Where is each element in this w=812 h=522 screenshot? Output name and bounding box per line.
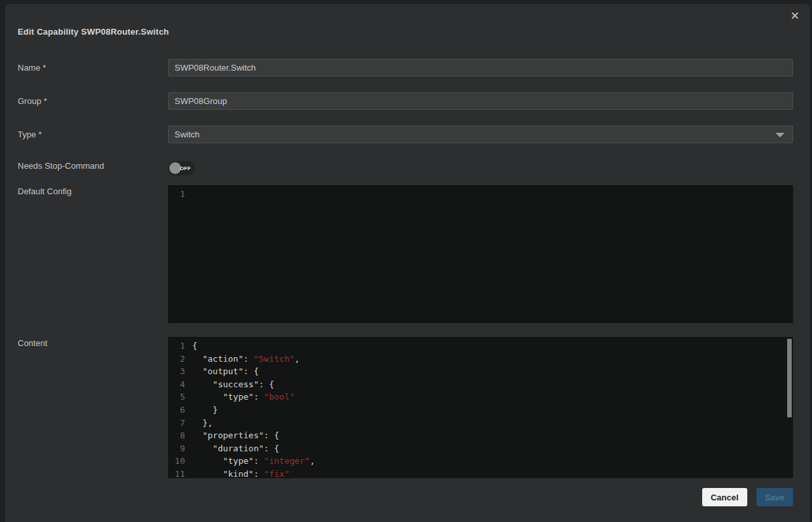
- type-select[interactable]: Switch: [168, 126, 793, 143]
- type-select-value: Switch: [175, 130, 199, 139]
- name-label: Name *: [18, 59, 168, 73]
- scrollbar-thumb[interactable]: [787, 339, 792, 417]
- needs-stop-command-row: Needs Stop-Command OFF: [5, 159, 810, 175]
- group-label: Group *: [18, 92, 168, 106]
- name-row: Name *: [5, 59, 810, 77]
- needs-stop-command-toggle[interactable]: OFF: [168, 161, 195, 175]
- default-config-label: Default Config: [18, 185, 168, 196]
- needs-stop-command-label: Needs Stop-Command: [18, 159, 168, 171]
- toggle-state-label: OFF: [180, 165, 191, 171]
- group-row: Group *: [5, 92, 810, 110]
- close-icon[interactable]: ✕: [790, 10, 800, 22]
- content-label: Content: [18, 337, 168, 348]
- content-row: Content 1{2 "action": "Switch",3 "output…: [5, 337, 810, 478]
- default-config-editor[interactable]: 1: [168, 185, 793, 323]
- dialog-footer: Cancel Save: [5, 488, 810, 506]
- default-config-row: Default Config 1: [5, 185, 810, 323]
- name-input[interactable]: [168, 59, 793, 77]
- type-label: Type *: [18, 126, 168, 139]
- save-button[interactable]: Save: [756, 488, 793, 506]
- edit-capability-dialog: ✕ Edit Capability SWP08Router.Switch Nam…: [5, 4, 810, 522]
- content-editor[interactable]: 1{2 "action": "Switch",3 "output": {4 "s…: [168, 337, 793, 478]
- chevron-down-icon: [775, 133, 785, 137]
- dialog-title: Edit Capability SWP08Router.Switch: [18, 27, 793, 37]
- cancel-button[interactable]: Cancel: [702, 488, 747, 506]
- type-row: Type * Switch: [5, 126, 810, 143]
- group-input[interactable]: [168, 92, 793, 110]
